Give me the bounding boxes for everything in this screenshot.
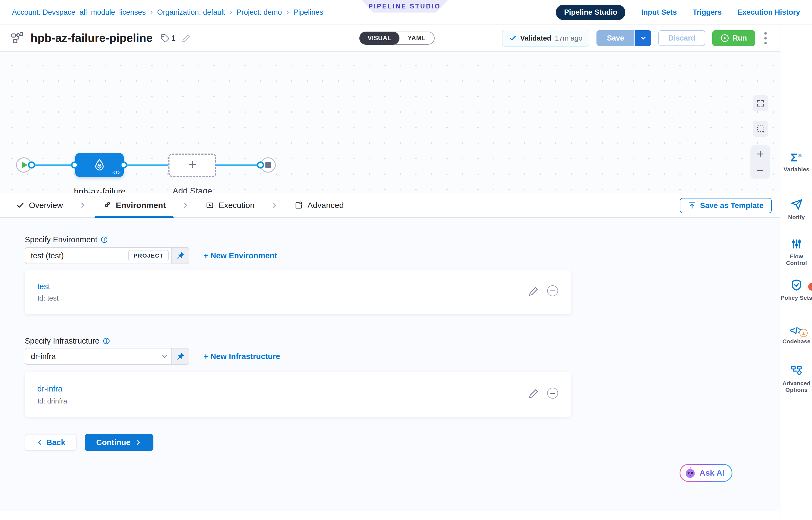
chevron-right-icon — [79, 201, 87, 209]
tab-execution[interactable]: Execution — [205, 201, 254, 210]
pipeline-studio-app: Account: Devspace_all_module_licenses › … — [0, 0, 812, 520]
tab-environment[interactable]: Environment — [103, 201, 166, 210]
back-button[interactable]: Back — [25, 434, 77, 451]
start-play-icon — [22, 162, 27, 168]
paper-plane-icon — [790, 198, 803, 211]
toggle-visual[interactable]: VISUAL — [360, 32, 399, 45]
environment-id: Id: test — [37, 294, 58, 303]
continue-button[interactable]: Continue — [85, 434, 153, 451]
pipeline-icon — [11, 32, 23, 44]
active-tab-underline — [95, 216, 174, 218]
pipeline-title: hpb-az-failure-pipeline — [30, 32, 153, 45]
infrastructure-id: Id: drinfra — [37, 397, 67, 406]
edit-infrastructure-icon[interactable] — [528, 388, 539, 398]
ask-ai-button[interactable]: Ask AI — [680, 464, 733, 482]
nav-triggers[interactable]: Triggers — [693, 8, 722, 17]
stage-code-icon: </> — [113, 170, 121, 176]
breadcrumb-separator: › — [229, 8, 232, 16]
infrastructure-select-input[interactable]: dr-infra — [25, 348, 172, 365]
tab-advanced[interactable]: Advanced — [294, 201, 344, 210]
breadcrumb-account[interactable]: Account: Devspace_all_module_licenses — [12, 8, 146, 17]
breadcrumb-project[interactable]: Project: demo — [237, 8, 282, 17]
sidebar-item-policy-sets[interactable]: Policy Sets — [780, 279, 812, 301]
sliders-icon — [790, 238, 803, 250]
chevron-down-icon — [161, 352, 169, 361]
warning-icon: ▲ — [799, 329, 808, 337]
pin-environment-button[interactable] — [172, 247, 189, 264]
chevron-right-icon — [270, 201, 278, 209]
add-stage-button[interactable]: + — [168, 154, 216, 177]
run-button[interactable]: Run — [712, 30, 755, 46]
pin-infrastructure-button[interactable] — [172, 348, 189, 365]
discard-button[interactable]: Discard — [658, 30, 705, 46]
play-icon — [720, 34, 729, 43]
execution-play-icon — [205, 201, 214, 210]
more-options-kebab-icon[interactable] — [762, 32, 769, 44]
breadcrumb-pipelines[interactable]: Pipelines — [293, 8, 323, 17]
specify-infrastructure-label: Specify Infrastructure — [25, 337, 110, 345]
zoom-controls: + − — [751, 146, 770, 179]
tag-count: 1 — [171, 33, 176, 43]
sidebar-item-advanced-options[interactable]: Advanced Options — [780, 364, 812, 393]
tags-indicator[interactable]: 1 — [160, 33, 176, 43]
zoom-out-button[interactable]: − — [757, 164, 764, 177]
tab-overview[interactable]: Overview — [16, 201, 63, 210]
advanced-clipboard-icon — [294, 201, 303, 210]
pipeline-gear-icon — [790, 364, 803, 377]
validated-status: Validated 17m ago — [502, 30, 589, 47]
infrastructure-name-link[interactable]: dr-infra — [37, 384, 63, 393]
save-as-template-button[interactable]: Save as Template — [680, 198, 772, 213]
check-icon — [16, 201, 25, 209]
remove-infrastructure-icon[interactable] — [547, 388, 558, 398]
nav-execution-history[interactable]: Execution History — [737, 8, 800, 17]
zoom-in-button[interactable]: + — [757, 148, 764, 160]
ai-robot-icon — [684, 467, 696, 479]
infrastructure-select-row: dr-infra + New Infrastructure — [25, 348, 280, 365]
save-button[interactable]: Save — [596, 30, 634, 46]
check-icon — [509, 34, 517, 42]
remove-environment-icon[interactable] — [547, 285, 558, 296]
multi-select-button[interactable] — [753, 121, 768, 137]
marquee-select-icon — [756, 124, 765, 133]
fullscreen-button[interactable] — [753, 95, 768, 111]
sidebar-item-notify[interactable]: Notify — [780, 198, 812, 220]
pin-icon — [176, 251, 185, 260]
infrastructure-card: dr-infra Id: drinfra — [25, 372, 571, 417]
edit-title-icon[interactable] — [182, 33, 191, 43]
tag-icon — [160, 33, 170, 43]
scope-badge: PROJECT — [128, 250, 169, 261]
bottom-strip — [0, 511, 780, 520]
stage-tabs-bar: Overview Environment Execution — [0, 193, 780, 218]
shield-check-icon — [790, 279, 803, 291]
sidebar-item-flow-control[interactable]: Flow Control — [780, 238, 812, 266]
new-infrastructure-link[interactable]: + New Infrastructure — [203, 352, 280, 361]
save-split-button: Save — [596, 30, 651, 46]
stop-icon — [265, 162, 271, 168]
stage-node-hpb-az-failure[interactable]: </> — [75, 153, 124, 177]
environment-tab-content: Specify Environment test (test) PROJECT … — [0, 218, 780, 520]
right-sidebar: Σ✕ Variables Notify Flow Control — [780, 25, 812, 520]
info-icon[interactable] — [103, 337, 110, 345]
edit-environment-icon[interactable] — [528, 286, 539, 296]
breadcrumb-organization[interactable]: Organization: default — [157, 8, 225, 17]
fullscreen-icon — [756, 99, 765, 107]
environment-name-link[interactable]: test — [37, 282, 50, 291]
info-icon[interactable] — [101, 236, 108, 243]
new-environment-link[interactable]: + New Environment — [203, 251, 277, 260]
nav-pipeline-studio[interactable]: Pipeline Studio — [556, 5, 625, 20]
breadcrumb-separator: › — [150, 8, 153, 16]
nav-input-sets[interactable]: Input Sets — [641, 8, 677, 17]
sidebar-item-codebase[interactable]: </> ▲ Codebase — [780, 326, 812, 345]
save-options-caret[interactable] — [634, 30, 651, 46]
port — [28, 161, 35, 168]
section-divider — [25, 322, 568, 322]
chevron-right-icon — [181, 201, 190, 209]
toggle-yaml[interactable]: YAML — [399, 32, 434, 44]
breadcrumb-separator: › — [287, 8, 289, 16]
upload-icon — [688, 202, 696, 210]
port — [257, 161, 264, 168]
port — [71, 161, 78, 168]
pipeline-canvas[interactable]: </> + hpb-az-failure Add Stage + − — [0, 52, 780, 193]
environment-select-input[interactable]: test (test) PROJECT — [25, 247, 172, 264]
sidebar-item-variables[interactable]: Σ✕ Variables — [780, 153, 812, 173]
